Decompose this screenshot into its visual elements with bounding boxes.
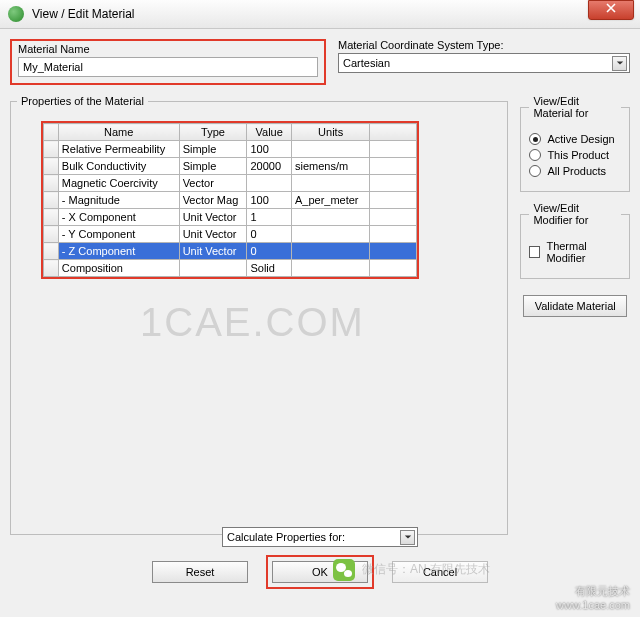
- cell-units[interactable]: [291, 260, 369, 277]
- properties-legend: Properties of the Material: [17, 95, 148, 107]
- cell-type[interactable]: Vector: [179, 175, 247, 192]
- calculate-properties-dropdown[interactable]: Calculate Properties for:: [222, 527, 418, 547]
- cell-value[interactable]: 100: [247, 141, 292, 158]
- col-units[interactable]: Units: [291, 124, 369, 141]
- cell-name[interactable]: - Z Component: [58, 243, 179, 260]
- radio-label: This Product: [547, 149, 609, 161]
- cell-type[interactable]: Unit Vector: [179, 209, 247, 226]
- cell-name[interactable]: - Y Component: [58, 226, 179, 243]
- cell-units[interactable]: [291, 141, 369, 158]
- material-name-group: Material Name: [10, 39, 326, 85]
- table-row[interactable]: CompositionSolid: [44, 260, 417, 277]
- coord-system-dropdown[interactable]: Cartesian: [338, 53, 630, 73]
- cell-type[interactable]: Vector Mag: [179, 192, 247, 209]
- cell-units[interactable]: [291, 175, 369, 192]
- ok-button[interactable]: OK: [272, 561, 368, 583]
- cell-units[interactable]: [291, 226, 369, 243]
- thermal-modifier-checkbox[interactable]: [529, 246, 540, 258]
- ok-button-highlight: OK: [266, 555, 374, 589]
- cell-name[interactable]: Composition: [58, 260, 179, 277]
- radio-icon[interactable]: [529, 149, 541, 161]
- calc-label: Calculate Properties for:: [227, 531, 345, 543]
- cell-units[interactable]: siemens/m: [291, 158, 369, 175]
- coord-system-group: Material Coordinate System Type: Cartesi…: [338, 39, 630, 73]
- cell-type[interactable]: Unit Vector: [179, 226, 247, 243]
- validate-button[interactable]: Validate Material: [523, 295, 627, 317]
- cell-name[interactable]: - X Component: [58, 209, 179, 226]
- coord-system-label: Material Coordinate System Type:: [338, 39, 630, 51]
- cell-type[interactable]: Simple: [179, 158, 247, 175]
- cell-name[interactable]: Magnetic Coercivity: [58, 175, 179, 192]
- cell-type[interactable]: Simple: [179, 141, 247, 158]
- cell-value[interactable]: 20000: [247, 158, 292, 175]
- radio-label: Active Design: [547, 133, 614, 145]
- thermal-modifier-label: Thermal Modifier: [546, 240, 621, 264]
- material-name-label: Material Name: [18, 43, 318, 55]
- properties-table[interactable]: Name Type Value Units Relative Permeabil…: [43, 123, 417, 277]
- view-for-fieldset: View/Edit Material for Active DesignThis…: [520, 95, 630, 192]
- cell-value[interactable]: [247, 175, 292, 192]
- table-row[interactable]: Bulk ConductivitySimple20000siemens/m: [44, 158, 417, 175]
- thermal-modifier-row[interactable]: Thermal Modifier: [529, 240, 621, 264]
- chevron-down-icon: [612, 56, 627, 71]
- radio-label: All Products: [547, 165, 606, 177]
- app-icon: [8, 6, 24, 22]
- titlebar: View / Edit Material: [0, 0, 640, 29]
- cell-value[interactable]: 0: [247, 243, 292, 260]
- properties-table-highlight: Name Type Value Units Relative Permeabil…: [41, 121, 419, 279]
- cell-units[interactable]: A_per_meter: [291, 192, 369, 209]
- table-header-row: Name Type Value Units: [44, 124, 417, 141]
- cell-value[interactable]: 0: [247, 226, 292, 243]
- table-row[interactable]: Magnetic CoercivityVector: [44, 175, 417, 192]
- chevron-down-icon: [400, 530, 415, 545]
- modifier-for-legend: View/Edit Modifier for: [529, 202, 621, 226]
- cell-units[interactable]: [291, 243, 369, 260]
- view-for-option[interactable]: Active Design: [529, 133, 621, 145]
- cell-type[interactable]: Unit Vector: [179, 243, 247, 260]
- cell-name[interactable]: Relative Permeability: [58, 141, 179, 158]
- coord-system-value: Cartesian: [343, 57, 390, 69]
- table-row[interactable]: Relative PermeabilitySimple100: [44, 141, 417, 158]
- modifier-for-fieldset: View/Edit Modifier for Thermal Modifier: [520, 202, 630, 279]
- window-title: View / Edit Material: [32, 7, 588, 21]
- table-row[interactable]: - Z ComponentUnit Vector0: [44, 243, 417, 260]
- view-for-option[interactable]: This Product: [529, 149, 621, 161]
- cell-name[interactable]: - Magnitude: [58, 192, 179, 209]
- cell-name[interactable]: Bulk Conductivity: [58, 158, 179, 175]
- col-name[interactable]: Name: [58, 124, 179, 141]
- cell-type[interactable]: [179, 260, 247, 277]
- cancel-button[interactable]: Cancel: [392, 561, 488, 583]
- close-button[interactable]: [588, 0, 634, 20]
- table-row[interactable]: - MagnitudeVector Mag100A_per_meter: [44, 192, 417, 209]
- cell-units[interactable]: [291, 209, 369, 226]
- col-type[interactable]: Type: [179, 124, 247, 141]
- view-for-legend: View/Edit Material for: [529, 95, 621, 119]
- cell-value[interactable]: 1: [247, 209, 292, 226]
- table-row[interactable]: - Y ComponentUnit Vector0: [44, 226, 417, 243]
- bottom-bar: Calculate Properties for: Reset OK Cance…: [0, 527, 640, 589]
- properties-fieldset: Properties of the Material Name Type Val…: [10, 95, 508, 535]
- reset-button[interactable]: Reset: [152, 561, 248, 583]
- view-for-option[interactable]: All Products: [529, 165, 621, 177]
- material-name-input[interactable]: [18, 57, 318, 77]
- cell-value[interactable]: 100: [247, 192, 292, 209]
- radio-icon[interactable]: [529, 165, 541, 177]
- radio-icon[interactable]: [529, 133, 541, 145]
- col-value[interactable]: Value: [247, 124, 292, 141]
- cell-value[interactable]: Solid: [247, 260, 292, 277]
- table-row[interactable]: - X ComponentUnit Vector1: [44, 209, 417, 226]
